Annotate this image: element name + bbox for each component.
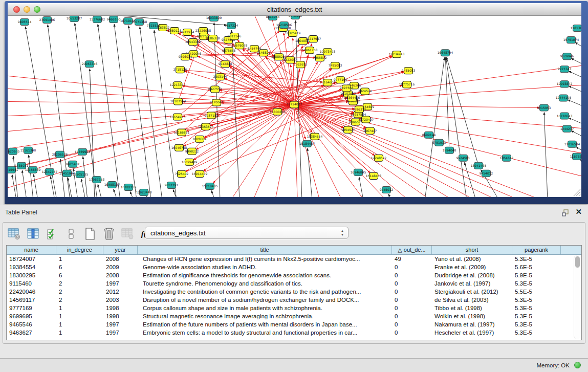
graph-node[interactable]: 15184457 [299,140,315,147]
graph-node[interactable]: 8912934 [181,29,194,36]
graph-node[interactable]: 3915941 [8,166,18,173]
graph-node[interactable]: 15166851 [174,129,190,136]
column-header-out_degree[interactable]: △ out_de... [392,246,432,254]
graph-node[interactable]: 9875685 [222,48,236,54]
table-row[interactable]: 911546021997Tourette syndrome. Phenomeno… [7,279,581,288]
graph-node[interactable]: 15751074 [563,37,579,43]
graph-node[interactable]: 16671358 [132,19,147,26]
unselect-rows-button[interactable] [64,227,78,241]
table-row[interactable]: 946362711997Embryonic stem cells: a mode… [7,329,581,337]
table-row[interactable]: 1938455462009Genome-wide association stu… [7,263,581,271]
scrollbar-thumb[interactable] [575,256,580,268]
table-settings-button[interactable] [7,227,21,241]
close-window-button[interactable] [13,6,20,13]
column-header-year[interactable]: year [103,246,138,254]
graph-node[interactable]: 17016504 [564,141,580,147]
graph-node[interactable]: 1994048 [443,147,456,154]
graph-node[interactable]: 8878334 [193,136,207,142]
graph-node[interactable]: 16961758 [302,47,318,54]
graph-node[interactable]: 16782759 [121,184,137,190]
graph-node[interactable]: 15161340 [20,147,36,154]
window-titlebar[interactable]: citations_edges.txt [8,3,581,16]
graph-node[interactable]: 5572312 [289,16,302,19]
zoom-window-button[interactable] [34,6,40,13]
graph-node[interactable]: 16033809 [206,16,222,21]
graph-node[interactable]: 16914479 [192,170,208,177]
graph-node[interactable]: 2718126 [173,67,187,73]
graph-node[interactable]: 27691406 [39,17,55,24]
column-header-title[interactable]: title [138,246,392,254]
table-row[interactable]: 977716911998Corpus callosum shape and si… [7,304,581,312]
graph-node[interactable]: 19734943 [389,51,405,58]
graph-node[interactable]: 9498222 [185,148,199,155]
graph-node[interactable]: 12923448 [136,189,152,195]
graph-node[interactable]: 15276602 [90,16,105,23]
graph-node[interactable]: 6791913 [432,139,446,146]
network-canvas[interactable]: 1872400791638228860128891293423226058982… [8,16,581,197]
graph-node[interactable]: 15148453 [366,172,382,179]
graph-node[interactable]: 12353594 [198,123,214,130]
graph-node[interactable]: 18775716 [399,81,415,88]
graph-node[interactable]: 17957253 [89,176,105,183]
graph-node[interactable]: 29676038 [232,42,248,49]
column-header-short[interactable]: short [432,246,512,254]
minimize-window-button[interactable] [24,6,30,13]
graph-node[interactable]: 1067447 [363,127,377,134]
graph-node[interactable]: 18941465 [471,162,487,169]
graph-node[interactable]: 16099489 [182,159,198,165]
graph-node[interactable]: 9215953 [537,104,551,111]
graph-node[interactable]: 7485083 [329,62,342,69]
table-row[interactable]: 1456911722003Disruption of a novel membe… [7,296,581,304]
graph-node[interactable]: 7857224 [225,23,238,29]
graph-node[interactable]: 8860128 [168,28,182,34]
memory-status-icon[interactable] [574,362,581,368]
graph-node[interactable]: 17359924 [75,148,91,155]
column-header-name[interactable]: name [7,246,56,254]
graph-node[interactable]: 8813054 [266,16,280,20]
graph-node[interactable]: 9975487 [66,161,80,167]
graph-node[interactable]: 12505135 [73,171,89,178]
graph-node[interactable]: 9245012 [380,186,394,193]
graph-node[interactable]: 15718485 [202,183,218,189]
graph-node[interactable]: 18107554 [170,98,186,105]
graph-node[interactable]: 20053346 [82,61,98,68]
table-row[interactable]: 2242004622012Investigating the contribut… [7,288,581,296]
graph-node[interactable]: 11156869 [25,166,41,173]
graph-node[interactable]: 9857791 [165,182,179,188]
close-panel-icon[interactable]: ✕ [575,208,582,216]
graph-node[interactable]: 7955812 [313,55,327,61]
float-panel-icon[interactable] [561,209,570,217]
graph-node[interactable]: 1054612 [500,155,514,161]
graph-node[interactable]: 7625402 [175,170,189,177]
graph-node[interactable]: 9454012 [480,170,493,177]
column-header-in_degree[interactable]: in_degree [56,246,103,254]
graph-node[interactable]: 9466160 [107,16,121,23]
graph-node[interactable]: 10653287 [67,16,82,22]
graph-node[interactable]: 8427552 [208,86,222,93]
graph-node[interactable]: 1181304 [571,25,581,32]
graph-node[interactable]: 2620655 [8,148,20,155]
vertical-scrollbar[interactable] [574,255,580,339]
table-row[interactable]: 1830029562008Estimation of significance … [7,271,581,279]
graph-node[interactable]: 18300295 [270,108,286,115]
graph-node[interactable]: 10973493 [320,49,336,55]
graph-node[interactable]: 9924501 [456,155,470,161]
graph-node[interactable]: 2485083 [402,68,416,74]
table-select-dropdown[interactable]: citations_edges.txt ▲▼ [145,227,349,239]
graph-node[interactable]: 20206536 [52,151,68,158]
network-graph[interactable]: 1872400791638228860128891293423226058982… [8,16,581,197]
graph-node[interactable]: 2803144 [213,74,227,80]
graph-node[interactable]: 19384554 [307,133,323,140]
table-row[interactable]: 1872400712008Changes of HCN gene express… [7,255,581,263]
graph-node[interactable]: 9405574 [18,19,32,26]
column-header-pagerank[interactable]: pagerank [512,246,561,254]
graph-node[interactable]: 16648794 [438,50,453,56]
delete-trash-icon[interactable] [102,227,116,241]
graph-node[interactable]: 8186328 [206,35,220,42]
graph-node[interactable]: 12248572 [371,155,387,161]
graph-node[interactable]: 9242848 [219,61,232,68]
graph-node[interactable]: 16958107 [104,181,120,188]
resize-grip-icon[interactable] [574,189,580,196]
graph-node[interactable]: 3824574 [358,88,372,95]
graph-node[interactable]: 16654975 [170,114,186,120]
